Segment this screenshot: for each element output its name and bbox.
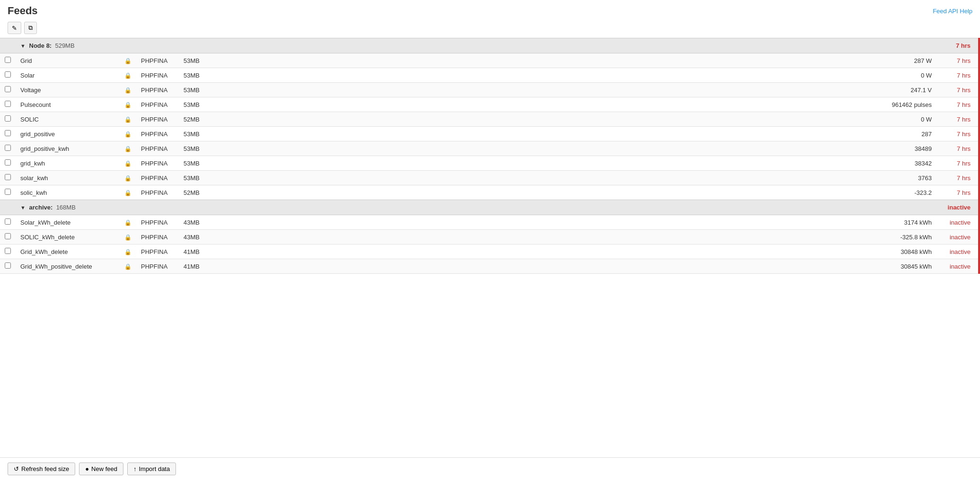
- feed-tag-0-4: PHPFINA: [136, 112, 179, 127]
- edit-button[interactable]: ✎: [8, 22, 21, 34]
- feed-tag-0-6: PHPFINA: [136, 141, 179, 156]
- feed-name-0-5: grid_positive: [16, 127, 120, 141]
- lock-icon-0-4: 🔒: [120, 112, 136, 127]
- group-header-node8: ▼ Node 8: 529MB 7 hrs: [0, 38, 979, 53]
- feed-size-0-3: 53MB: [179, 97, 212, 112]
- feed-row: Voltage 🔒 PHPFINA 53MB 247.1 V 7 hrs: [0, 83, 979, 97]
- feed-tag-0-8: PHPFINA: [136, 171, 179, 185]
- chevron-icon-node8: ▼: [20, 43, 26, 49]
- feed-tag-0-2: PHPFINA: [136, 83, 179, 97]
- feed-row: grid_kwh 🔒 PHPFINA 53MB 38342 7 hrs: [0, 156, 979, 171]
- feed-status-0-3: 7 hrs: [936, 97, 979, 112]
- copy-button[interactable]: ⧉: [24, 22, 37, 34]
- feed-status-0-7: 7 hrs: [936, 156, 979, 171]
- group-check-node8: [0, 38, 16, 53]
- feed-api-help-link[interactable]: Feed API Help: [933, 8, 972, 15]
- feed-size-1-2: 41MB: [179, 244, 212, 259]
- toolbar: ✎ ⧉: [0, 20, 980, 38]
- feed-name-0-3: Pulsecount: [16, 97, 120, 112]
- lock-icon-0-7: 🔒: [120, 156, 136, 171]
- feed-size-0-7: 53MB: [179, 156, 212, 171]
- feed-tag-0-0: PHPFINA: [136, 53, 179, 68]
- feed-name-0-1: Solar: [16, 68, 120, 83]
- feed-row: Grid 🔒 PHPFINA 53MB 287 W 7 hrs: [0, 53, 979, 68]
- lock-icon-0-1: 🔒: [120, 68, 136, 83]
- lock-icon-0-2: 🔒: [120, 83, 136, 97]
- feed-size-0-4: 52MB: [179, 112, 212, 127]
- feed-row: Solar_kWh_delete 🔒 PHPFINA 43MB 3174 kWh…: [0, 215, 979, 230]
- lock-icon-0-5: 🔒: [120, 127, 136, 141]
- feed-row: Grid_kWh_delete 🔒 PHPFINA 41MB 30848 kWh…: [0, 244, 979, 259]
- feed-tag-1-1: PHPFINA: [136, 230, 179, 244]
- feed-checkbox-1-3[interactable]: [0, 259, 16, 274]
- feed-value-1-0: 3174 kWh: [212, 215, 936, 230]
- feed-size-0-9: 52MB: [179, 185, 212, 200]
- feed-size-0-0: 53MB: [179, 53, 212, 68]
- chevron-icon-archive: ▼: [20, 205, 26, 210]
- feed-size-1-0: 43MB: [179, 215, 212, 230]
- lock-icon-1-0: 🔒: [120, 215, 136, 230]
- feed-value-0-2: 247.1 V: [212, 83, 936, 97]
- feed-checkbox-0-0[interactable]: [0, 53, 16, 68]
- feed-checkbox-0-6[interactable]: [0, 141, 16, 156]
- feed-value-0-3: 961462 pulses: [212, 97, 936, 112]
- feed-checkbox-0-1[interactable]: [0, 68, 16, 83]
- feed-checkbox-1-0[interactable]: [0, 215, 16, 230]
- page-title: Feeds: [8, 5, 38, 17]
- feed-tag-1-3: PHPFINA: [136, 259, 179, 274]
- feed-status-1-3: inactive: [936, 259, 979, 274]
- feeds-table-wrapper: ▼ Node 8: 529MB 7 hrs Grid 🔒 PHPFINA 53M…: [0, 38, 980, 274]
- lock-icon-0-0: 🔒: [120, 53, 136, 68]
- feed-checkbox-0-9[interactable]: [0, 185, 16, 200]
- group-header-archive: ▼ archive: 168MB inactive: [0, 200, 979, 215]
- lock-icon-1-1: 🔒: [120, 230, 136, 244]
- feed-tag-0-1: PHPFINA: [136, 68, 179, 83]
- feed-status-0-8: 7 hrs: [936, 171, 979, 185]
- feed-status-0-5: 7 hrs: [936, 127, 979, 141]
- feed-checkbox-0-2[interactable]: [0, 83, 16, 97]
- feed-value-0-6: 38489: [212, 141, 936, 156]
- group-name-archive: ▼ archive: 168MB: [16, 200, 179, 215]
- feed-checkbox-0-3[interactable]: [0, 97, 16, 112]
- feed-size-0-8: 53MB: [179, 171, 212, 185]
- feed-value-1-1: -325.8 kWh: [212, 230, 936, 244]
- lock-icon-0-3: 🔒: [120, 97, 136, 112]
- lock-icon-0-8: 🔒: [120, 171, 136, 185]
- feed-row: grid_positive 🔒 PHPFINA 53MB 287 7 hrs: [0, 127, 979, 141]
- feed-tag-0-5: PHPFINA: [136, 127, 179, 141]
- edit-icon: ✎: [12, 25, 17, 32]
- feed-checkbox-1-1[interactable]: [0, 230, 16, 244]
- lock-icon-0-9: 🔒: [120, 185, 136, 200]
- feed-status-0-4: 7 hrs: [936, 112, 979, 127]
- page-header: Feeds Feed API Help: [0, 0, 980, 20]
- lock-icon-1-3: 🔒: [120, 259, 136, 274]
- feed-checkbox-0-4[interactable]: [0, 112, 16, 127]
- feed-checkbox-0-7[interactable]: [0, 156, 16, 171]
- feed-status-1-2: inactive: [936, 244, 979, 259]
- feed-status-0-1: 7 hrs: [936, 68, 979, 83]
- lock-icon-1-2: 🔒: [120, 244, 136, 259]
- feed-status-0-9: 7 hrs: [936, 185, 979, 200]
- feed-status-0-6: 7 hrs: [936, 141, 979, 156]
- feed-tag-0-9: PHPFINA: [136, 185, 179, 200]
- feed-row: Solar 🔒 PHPFINA 53MB 0 W 7 hrs: [0, 68, 979, 83]
- feed-checkbox-0-5[interactable]: [0, 127, 16, 141]
- feed-value-0-8: 3763: [212, 171, 936, 185]
- feed-row: solic_kwh 🔒 PHPFINA 52MB -323.2 7 hrs: [0, 185, 979, 200]
- feed-name-0-9: solic_kwh: [16, 185, 120, 200]
- feed-value-0-5: 287: [212, 127, 936, 141]
- feed-size-0-6: 53MB: [179, 141, 212, 156]
- feed-size-0-1: 53MB: [179, 68, 212, 83]
- group-status-archive: inactive: [936, 200, 979, 215]
- feed-checkbox-1-2[interactable]: [0, 244, 16, 259]
- feed-name-0-8: solar_kwh: [16, 171, 120, 185]
- feed-checkbox-0-8[interactable]: [0, 171, 16, 185]
- feed-status-0-0: 7 hrs: [936, 53, 979, 68]
- feed-row: Grid_kWh_positive_delete 🔒 PHPFINA 41MB …: [0, 259, 979, 274]
- copy-icon: ⧉: [28, 24, 33, 32]
- feed-tag-0-7: PHPFINA: [136, 156, 179, 171]
- feed-name-0-6: grid_positive_kwh: [16, 141, 120, 156]
- feed-name-0-4: SOLIC: [16, 112, 120, 127]
- feed-name-0-2: Voltage: [16, 83, 120, 97]
- feed-value-0-7: 38342: [212, 156, 936, 171]
